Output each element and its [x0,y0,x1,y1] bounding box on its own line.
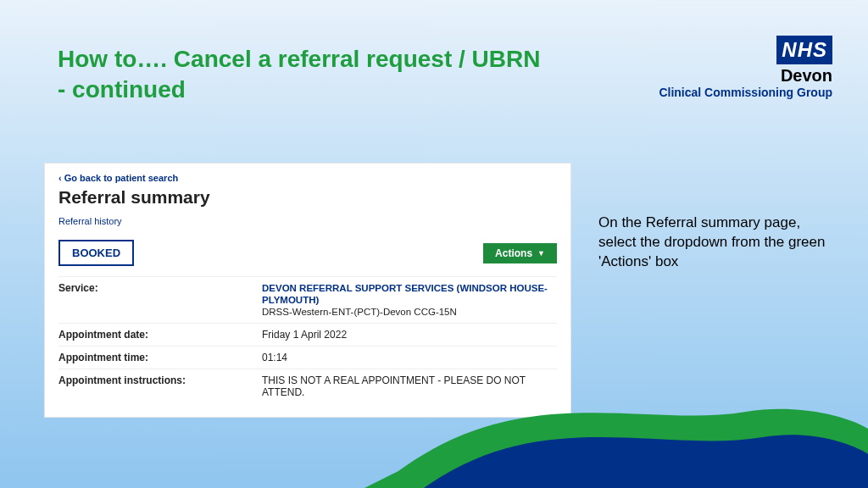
label-time: Appointment time: [58,352,262,363]
service-subtext: DRSS-Western-ENT-(PCT)-Devon CCG-15N [262,307,457,317]
actions-button-label: Actions [495,247,532,259]
service-link[interactable]: DEVON REFERRAL SUPPORT SERVICES (WINDSOR… [262,283,548,305]
label-date: Appointment date: [58,329,262,341]
value-time: 01:14 [262,352,557,363]
slide-title: How to…. Cancel a referral request / UBR… [58,44,540,106]
title-line-2: - continued [58,76,186,103]
row-appointment-time: Appointment time: 01:14 [58,346,557,369]
status-row: BOOKED Actions ▼ [58,240,557,266]
value-service: DEVON REFERRAL SUPPORT SERVICES (WINDSOR… [262,282,557,318]
referral-history-link[interactable]: Referral history [58,216,557,226]
slide-instruction-text: On the Referral summary page, select the… [598,214,836,272]
chevron-down-icon: ▼ [537,249,545,258]
row-service: Service: DEVON REFERRAL SUPPORT SERVICES… [58,276,557,323]
actions-button[interactable]: Actions ▼ [483,243,557,263]
back-link[interactable]: Go back to patient search [58,173,178,183]
ccg-text: Clinical Commissioning Group [659,86,832,99]
label-service: Service: [58,282,262,318]
nhs-logo: NHS [776,36,832,64]
status-badge: BOOKED [58,240,134,266]
decorative-wave [0,369,868,488]
title-line-1: How to…. Cancel a referral request / UBR… [58,46,540,72]
nhs-logo-text: NHS [782,38,827,61]
row-appointment-date: Appointment date: Friday 1 April 2022 [58,323,557,346]
nhs-logo-block: NHS Devon Clinical Commissioning Group [659,36,832,99]
devon-text: Devon [659,66,832,86]
value-date: Friday 1 April 2022 [262,329,557,341]
panel-heading: Referral summary [58,187,557,208]
